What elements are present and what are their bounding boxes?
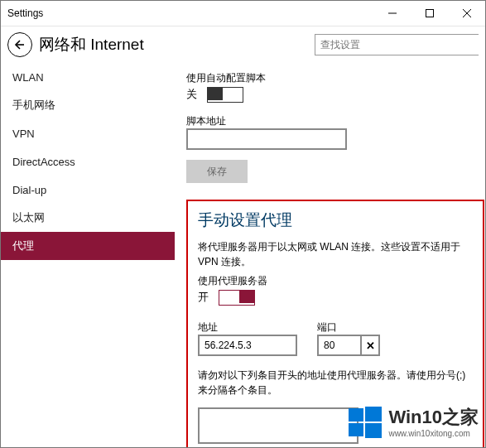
address-col: 地址: [198, 316, 297, 356]
svg-rect-6: [365, 407, 382, 422]
manual-section-title: 手动设置代理: [198, 210, 473, 231]
sidebar-item-dialup[interactable]: Dial-up: [1, 176, 175, 204]
script-address-input[interactable]: [186, 128, 347, 150]
port-col: 端口 ✕: [317, 316, 380, 356]
content-area: 使用自动配置脚本 关 脚本地址 保存 手动设置代理 将代理服务器用于以太网或 W…: [175, 63, 485, 448]
page-title: 网络和 Internet: [39, 34, 144, 55]
svg-rect-7: [349, 423, 363, 436]
sidebar-item-ethernet[interactable]: 以太网: [1, 204, 175, 232]
minimize-button[interactable]: [373, 1, 411, 26]
clear-port-button[interactable]: ✕: [362, 335, 380, 356]
content-inner: 使用自动配置脚本 关 脚本地址 保存 手动设置代理 将代理服务器用于以太网或 W…: [175, 63, 485, 448]
sidebar: WLAN 手机网络 VPN DirectAccess Dial-up 以太网 代…: [1, 63, 175, 448]
auto-script-toggle[interactable]: [207, 87, 243, 103]
settings-window: Settings 网络和 Internet WLAN 手机网络 VPN Dire: [0, 0, 486, 448]
sidebar-item-cellular[interactable]: 手机网络: [1, 91, 175, 119]
windows-logo-icon: [347, 405, 383, 441]
use-proxy-label: 使用代理服务器: [198, 274, 473, 288]
titlebar: Settings: [1, 1, 485, 26]
use-proxy-toggle-row: 开: [198, 290, 473, 306]
auto-save-button[interactable]: 保存: [186, 160, 248, 183]
svg-rect-5: [349, 408, 363, 422]
body: WLAN 手机网络 VPN DirectAccess Dial-up 以太网 代…: [1, 63, 485, 448]
maximize-icon: [426, 9, 434, 17]
svg-rect-8: [365, 423, 382, 438]
manual-desc: 将代理服务器用于以太网或 WLAN 连接。这些设置不适用于 VPN 连接。: [198, 239, 473, 269]
sidebar-item-label: Dial-up: [12, 184, 46, 196]
auto-script-label: 使用自动配置脚本: [186, 71, 484, 85]
close-button[interactable]: [448, 1, 485, 26]
header: 网络和 Internet: [1, 26, 485, 63]
close-icon: [463, 9, 471, 17]
auto-toggle-state: 关: [186, 88, 197, 102]
sidebar-item-vpn[interactable]: VPN: [1, 119, 175, 147]
back-arrow-icon: [14, 39, 26, 51]
watermark-title: Win10之家: [388, 408, 479, 426]
sidebar-item-label: DirectAccess: [12, 156, 75, 168]
sidebar-item-proxy[interactable]: 代理: [1, 232, 175, 260]
exceptions-input[interactable]: [198, 407, 358, 444]
proxy-address-input[interactable]: [198, 335, 297, 356]
sidebar-item-directaccess[interactable]: DirectAccess: [1, 147, 175, 176]
toggle-knob: [239, 291, 254, 303]
manual-toggle-state: 开: [198, 291, 209, 305]
proxy-port-input[interactable]: [317, 335, 362, 356]
sidebar-item-label: WLAN: [12, 71, 44, 84]
port-input-wrap: ✕: [317, 335, 380, 356]
watermark-url: www.win10xitong.com: [388, 430, 479, 438]
maximize-button[interactable]: [411, 1, 448, 26]
port-label: 端口: [317, 320, 380, 335]
close-icon: ✕: [366, 340, 375, 352]
sidebar-item-label: 手机网络: [12, 98, 55, 113]
address-label: 地址: [198, 320, 297, 335]
svg-rect-1: [426, 10, 433, 17]
sidebar-item-label: 以太网: [12, 210, 45, 225]
script-address-label: 脚本地址: [186, 114, 484, 128]
search-input[interactable]: [315, 34, 479, 55]
watermark: Win10之家 www.win10xitong.com: [347, 405, 479, 441]
sidebar-item-label: VPN: [12, 128, 35, 140]
window-title: Settings: [1, 7, 43, 19]
address-port-row: 地址 端口 ✕: [198, 316, 473, 356]
watermark-text: Win10之家 www.win10xitong.com: [388, 408, 479, 438]
use-proxy-toggle[interactable]: [219, 290, 255, 306]
exceptions-desc: 请勿对以下列条目开头的地址使用代理服务器。请使用分号(;)来分隔各个条目。: [198, 368, 473, 397]
sidebar-item-wlan[interactable]: WLAN: [1, 63, 175, 91]
auto-script-toggle-row: 关: [186, 87, 484, 103]
minimize-icon: [388, 9, 397, 17]
toggle-knob: [208, 88, 223, 100]
back-button[interactable]: [7, 32, 32, 57]
window-buttons: [373, 1, 485, 26]
sidebar-item-label: 代理: [12, 238, 34, 253]
